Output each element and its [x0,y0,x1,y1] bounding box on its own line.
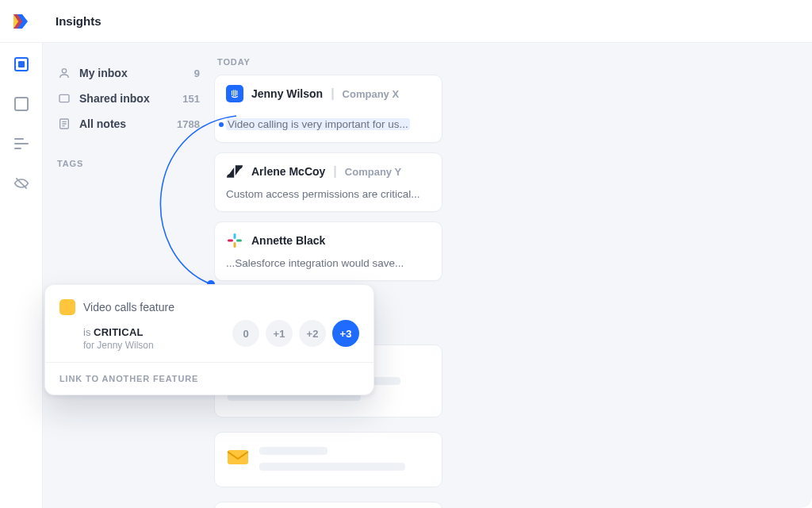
svg-rect-16 [236,240,242,242]
rail-inbox-icon[interactable] [13,56,30,73]
tags-heading: TAGS [57,159,205,168]
separator: | [333,164,336,179]
sidebar-item-all-notes[interactable]: All notes 1788 [57,111,205,137]
shared-icon [57,91,71,106]
placeholder-card [214,502,442,508]
insight-company: Company Y [345,166,401,178]
insight-name: Jenny Wilson [251,87,323,100]
insight-card[interactable]: Arlene McCoy | Company Y Custom access p… [214,152,442,212]
feature-color-chip [59,299,75,315]
sidebar: My inbox 9 Shared inbox 151 All notes 17… [43,43,214,508]
app-title: Insights [56,14,102,28]
app-logo [11,11,32,32]
rail-list-icon[interactable] [13,135,30,152]
score-button-3[interactable]: +3 [332,320,359,347]
svg-rect-5 [59,94,69,102]
intercom-icon [226,85,243,102]
score-button-0[interactable]: 0 [232,320,259,347]
notes-icon [57,117,71,131]
sidebar-item-my-inbox[interactable]: My inbox 9 [57,60,205,86]
sidebar-item-label: All notes [79,117,126,130]
feature-title: Video calls feature [83,301,174,314]
insight-card[interactable]: Jenny Wilson | Company X Video calling i… [214,75,442,143]
sidebar-item-label: Shared inbox [79,92,150,105]
user-icon [57,66,71,80]
feature-popup: Video calls feature is CRITICAL for Jenn… [44,284,374,395]
score-bar: 0 +1 +2 +3 [232,320,359,347]
mail-icon [228,447,248,468]
sidebar-item-count: 151 [182,93,205,105]
score-button-2[interactable]: +2 [299,320,326,347]
section-today-label: TODAY [217,57,812,67]
insight-company: Company X [343,88,400,100]
insight-name: Arlene McCoy [251,165,325,178]
rail-visibility-off-icon[interactable] [13,175,30,192]
separator: | [331,87,334,101]
svg-rect-17 [234,242,236,248]
placeholder-card [214,432,442,487]
icon-rail [0,43,43,508]
insight-snippet: Custom access permissions are critical..… [226,188,431,200]
zendesk-icon [226,163,243,180]
insight-snippet: Video calling is very important for us..… [226,118,410,130]
insight-card[interactable]: Annette Black ...Salesforce integration … [214,221,442,281]
topbar: Insights [0,0,812,43]
score-button-1[interactable]: +1 [266,320,293,347]
insight-name: Annette Black [251,234,325,247]
sidebar-item-label: My inbox [79,67,128,79]
main-column: TODAY Jenny Wilson | Company X [214,43,812,508]
svg-rect-15 [234,233,236,239]
svg-rect-18 [228,240,233,242]
rail-notes-icon[interactable] [13,95,30,113]
sidebar-item-count: 9 [194,67,205,79]
svg-point-4 [62,69,66,73]
sidebar-item-shared-inbox[interactable]: Shared inbox 151 [57,86,205,111]
sidebar-item-count: 1788 [177,118,205,130]
link-another-feature[interactable]: LINK TO ANOTHER FEATURE [45,362,373,394]
svg-rect-19 [228,450,248,464]
insight-snippet: ...Salesforce integration would save... [226,257,431,269]
link-dot-icon [219,122,224,127]
slack-icon [226,232,243,249]
